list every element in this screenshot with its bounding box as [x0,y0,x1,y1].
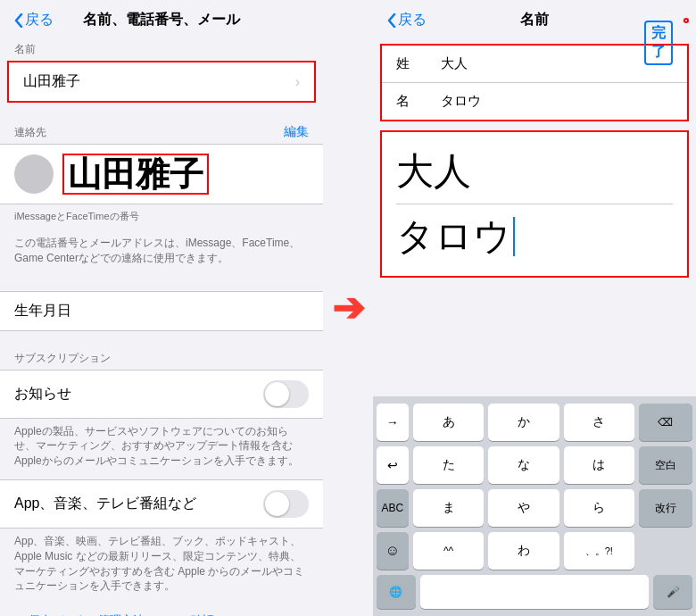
contacts-header: 連絡先 編集 [0,121,323,144]
mei-label: 名 [396,93,423,110]
name-row[interactable]: 山田雅子 › [7,61,316,103]
keyboard-bottom-row: 🌐 🎤 [377,575,692,609]
app-desc: App、音楽、映画、テレビ番組、ブック、ポッドキャスト、Apple Music … [0,529,323,604]
right-nav-title: 名前 [520,11,549,29]
keyboard: → あ か さ ⌫ ↩ た な は 空白 ABC ま や ら 改行 ☺ ^^ わ… [373,396,696,616]
contacts-label: 連絡先 [14,125,46,140]
key-na[interactable]: な [488,446,559,484]
left-nav-title: 名前、電話番号、メール [83,11,240,29]
key-emoji[interactable]: ☺ [377,532,409,570]
mei-field-row[interactable]: 名 タロウ [382,83,687,120]
preview-mei: タロウ [396,212,673,262]
edit-button[interactable]: 編集 [284,124,309,140]
done-button-container: 完了 [684,18,689,23]
name-section-label: 名前 [0,37,323,61]
key-ta[interactable]: た [413,446,484,484]
key-ha[interactable]: は [564,446,634,484]
app-label: App、音楽、テレビ番組など [14,495,196,513]
key-empty [639,532,692,570]
transition-arrow: ➔ [332,288,365,328]
mei-value: タロウ [441,93,481,110]
key-punct[interactable]: 、。?! [564,532,634,570]
key-mic[interactable]: 🎤 [653,575,692,609]
preview-sei: 大人 [396,146,673,204]
right-back-label: 戻る [398,11,427,29]
large-preview-box: 大人 タロウ [380,130,689,278]
arrow-container: ➔ [323,0,373,616]
key-caret[interactable]: ^^ [413,532,484,570]
right-panel: 戻る 名前 完了 姓 大人 名 タロウ 大人 タロウ → あ か さ [373,0,696,616]
keyboard-row-4: ☺ ^^ わ 、。?! [377,532,692,570]
key-sa[interactable]: さ [564,404,634,441]
text-cursor [513,217,515,256]
birthday-section: 生年月日 [0,291,323,331]
notify-toggle[interactable] [263,380,309,408]
key-ma[interactable]: ま [413,489,484,527]
birthday-row[interactable]: 生年月日 [0,291,323,331]
notify-desc: Appleの製品、サービスやソフトウェアについてのお知らせ、マーケティング、おす… [0,419,323,479]
key-globe[interactable]: 🌐 [377,575,416,609]
key-space[interactable]: 空白 [639,446,692,484]
key-a[interactable]: あ [413,404,484,441]
left-back-button[interactable]: 戻る [14,11,54,29]
right-back-button[interactable]: 戻る [387,11,427,29]
app-toggle[interactable] [263,490,309,518]
key-delete[interactable]: ⌫ [639,404,692,441]
contacts-section: 連絡先 編集 山田雅子 iMessageとFaceTimeの番号 [0,121,323,229]
contact-avatar [14,154,54,194]
contact-card: 山田雅子 [0,144,323,204]
key-abc[interactable]: ABC [377,489,409,527]
key-undo[interactable]: ↩ [377,446,409,484]
app-toggle-row: App、音楽、テレビ番組など [0,479,323,529]
done-button[interactable]: 完了 [644,21,673,65]
keyboard-row-1: → あ か さ ⌫ [377,404,692,441]
left-panel: 戻る 名前、電話番号、メール 名前 山田雅子 › 連絡先 編集 山田雅子 iMe… [0,0,323,616]
notify-label: お知らせ [14,385,71,404]
key-return[interactable]: 改行 [639,489,692,527]
key-ka[interactable]: か [488,404,559,441]
notify-toggle-row: お知らせ [0,370,323,419]
key-ya[interactable]: や [488,489,559,527]
keyboard-row-3: ABC ま や ら 改行 [377,489,692,527]
left-nav-bar: 戻る 名前、電話番号、メール [0,0,323,37]
key-ra[interactable]: ら [564,489,634,527]
key-space-bar[interactable] [420,575,649,609]
toggle-knob [265,382,289,406]
imessage-note: iMessageとFaceTimeの番号 [0,204,323,229]
sei-value: 大人 [441,55,468,72]
key-wa[interactable]: わ [488,532,559,570]
name-value: 山田雅子 [23,72,80,91]
info-text: この電話番号とメールアドレスは、iMessage、FaceTime、Game C… [0,229,323,273]
contact-big-name: 山田雅子 [62,154,209,195]
left-back-label: 戻る [25,11,54,29]
privacy-link[interactable]: 個人データの管理方法について確認... [14,606,238,616]
subscription-section-label: サブスクリプション [0,345,323,370]
key-arrow-right[interactable]: → [377,404,409,441]
keyboard-row-2: ↩ た な は 空白 [377,446,692,484]
right-nav-bar: 戻る 名前 完了 [373,0,696,37]
sei-label: 姓 [396,55,423,72]
sei-field-row[interactable]: 姓 大人 [382,46,687,83]
chevron-right-icon: › [295,74,300,90]
name-fields-card: 姓 大人 名 タロウ [380,44,689,121]
app-toggle-knob [265,492,289,516]
privacy-link-container: 個人データの管理方法について確認... [0,604,323,616]
